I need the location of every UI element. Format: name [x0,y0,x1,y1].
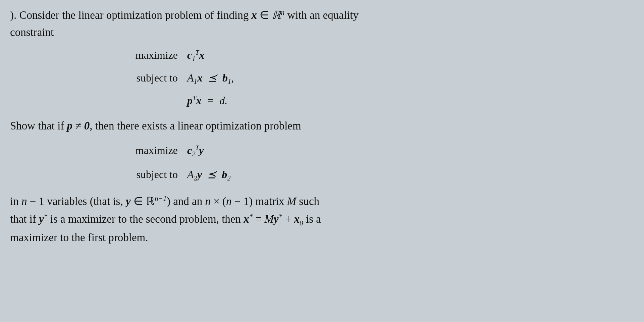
conclusion-text: in n − 1 variables (that is, y ∈ ℝn−1) a… [10,193,624,247]
show-statement: Show that if p ≠ 0, then there exists a … [10,117,624,135]
subject-to-row-1: subject to A1x ⪯ b1, [124,67,624,89]
maximize-row-1: maximize c1Tx [124,44,624,66]
constraint-1a: A1x ⪯ b1, [187,67,234,89]
maximize-expr-1: c1Tx [187,44,204,66]
problem-intro: ). Consider the linear optimization prob… [10,7,624,41]
maximize-label-2: maximize [124,139,178,162]
maximize-expr-2: c2Ty [187,139,204,162]
constraint-row-1b: pTx = d. [124,90,624,111]
Rn-set: ℝn [272,9,284,21]
subject-to-row-2: subject to A2y ⪯ b2 [124,163,624,186]
maximize-row-2: maximize c2Ty [124,139,624,162]
problem-number: ). [10,9,16,21]
constraint-1b: pTx = d. [187,90,227,111]
subject-to-label-2: subject to [124,163,178,186]
second-optimization-block: maximize c2Ty subject to A2y ⪯ b2 [10,139,624,185]
constraint-2a: A2y ⪯ b2 [187,163,231,186]
page-content: ). Consider the linear optimization prob… [10,7,624,246]
x-variable: x [251,9,257,21]
subject-to-label-1: subject to [124,67,178,89]
maximize-label-1: maximize [124,44,178,66]
first-optimization-block: maximize c1Tx subject to A1x ⪯ b1, pTx =… [10,44,624,111]
